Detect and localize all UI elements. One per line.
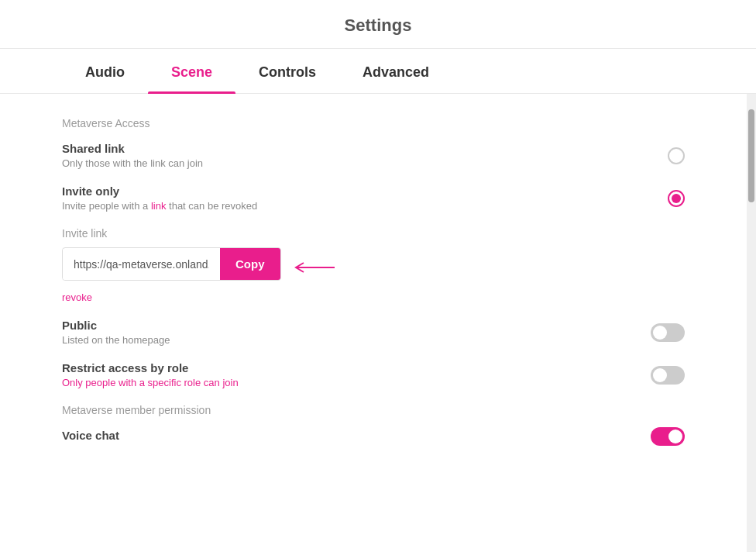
scrollbar-thumb[interactable]	[748, 109, 754, 202]
restrict-access-option: Restrict access by role Only people with…	[62, 361, 685, 388]
shared-link-desc: Only those with the link can join	[62, 157, 203, 169]
main-content: Metaverse Access Shared link Only those …	[0, 94, 747, 552]
invite-link-label: Invite link	[62, 227, 685, 240]
scrollbar[interactable]	[747, 94, 756, 552]
tabs-bar: Audio Scene Controls Advanced	[0, 49, 756, 94]
restrict-access-title: Restrict access by role	[62, 361, 239, 374]
member-permission-label: Metaverse member permission	[62, 404, 685, 416]
invite-link-row-wrapper: Copy	[62, 247, 685, 287]
metaverse-access-label: Metaverse Access	[62, 117, 685, 129]
invite-only-title: Invite only	[62, 185, 257, 198]
shared-link-text: Shared link Only those with the link can…	[62, 142, 203, 169]
restrict-access-text: Restrict access by role Only people with…	[62, 361, 239, 388]
voice-chat-option: Voice chat	[62, 427, 685, 446]
invite-link-input[interactable]	[63, 249, 220, 280]
voice-chat-toggle[interactable]	[651, 427, 685, 446]
copy-button[interactable]: Copy	[220, 248, 280, 280]
invite-only-link-word: link	[151, 200, 167, 212]
public-text: Public Listed on the homepage	[62, 319, 170, 346]
invite-only-radio[interactable]	[668, 190, 685, 207]
revoke-link[interactable]: revoke	[62, 292, 92, 303]
restrict-access-desc: Only people with a specific role can joi…	[62, 377, 239, 388]
tab-scene[interactable]: Scene	[148, 49, 235, 93]
arrow-icon	[292, 260, 338, 275]
restrict-access-toggle[interactable]	[651, 366, 685, 385]
public-option: Public Listed on the homepage	[62, 319, 685, 346]
public-title: Public	[62, 319, 170, 332]
page-title: Settings	[0, 0, 756, 49]
invite-only-text: Invite only Invite people with a link th…	[62, 185, 257, 212]
restrict-access-desc-text: Only people with a specific role can joi…	[62, 377, 239, 388]
invite-link-row: Copy	[62, 247, 281, 281]
shared-link-option: Shared link Only those with the link can…	[62, 142, 685, 169]
invite-only-desc: Invite people with a link that can be re…	[62, 200, 257, 212]
tab-audio[interactable]: Audio	[62, 49, 148, 93]
arrow-indicator	[292, 260, 338, 275]
shared-link-title: Shared link	[62, 142, 203, 155]
content-area: Metaverse Access Shared link Only those …	[0, 94, 756, 552]
public-toggle[interactable]	[651, 323, 685, 342]
tab-controls[interactable]: Controls	[235, 49, 339, 93]
voice-chat-title: Voice chat	[62, 429, 119, 442]
public-desc: Listed on the homepage	[62, 334, 170, 346]
invite-only-option: Invite only Invite people with a link th…	[62, 185, 685, 212]
tab-advanced[interactable]: Advanced	[339, 49, 452, 93]
shared-link-radio[interactable]	[668, 147, 685, 164]
voice-chat-text: Voice chat	[62, 429, 119, 444]
